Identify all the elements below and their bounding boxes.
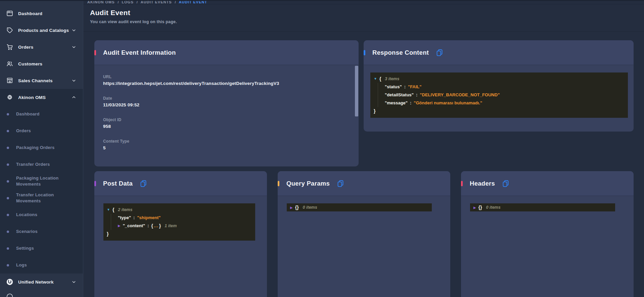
field-date: Date 11/03/2025 09:52 xyxy=(103,96,345,107)
card-post-data: Post Data ▼ { 2 items "t xyxy=(94,171,267,297)
bullet-icon xyxy=(7,197,9,199)
json-close-brace: } xyxy=(159,222,161,230)
sidebar-item-sales-channels[interactable]: Sales Channels xyxy=(0,72,83,89)
json-collapse-toggle[interactable]: ▼ xyxy=(107,206,110,214)
json-items-count: 0 items xyxy=(303,205,317,210)
sidebar-subitem-label: Packaging Orders xyxy=(16,145,67,151)
accent-bar-amber xyxy=(278,181,279,186)
card-title: Post Data xyxy=(103,180,133,187)
sidebar: Dashboard Products and Catalogs Orders C… xyxy=(0,0,83,297)
sidebar-subitem-label: Transfer Orders xyxy=(16,161,67,167)
field-label: URL xyxy=(103,75,345,79)
sidebar-subitem-label: Settings xyxy=(16,245,67,251)
sidebar-item-unified-network[interactable]: Unified Network xyxy=(0,274,83,290)
sidebar-subitem-label: Logs xyxy=(16,262,67,268)
card-header: Response Content xyxy=(364,40,634,65)
copy-button[interactable] xyxy=(501,179,510,188)
card-audit-event-information: Audit Event Information URL https://inte… xyxy=(94,40,359,166)
card-title: Query Params xyxy=(286,180,330,187)
sidebar-subitem-dashboard[interactable]: Dashboard xyxy=(0,106,83,122)
json-items-count: 3 items xyxy=(385,75,399,83)
people-icon xyxy=(6,60,13,67)
accent-bar-pink xyxy=(94,50,96,55)
audit-event-info-body: URL https://integration.hepsijet.com/res… xyxy=(94,65,359,150)
json-value: "FAIL" xyxy=(408,83,422,91)
sidebar-subitem-logs[interactable]: Logs xyxy=(0,257,83,274)
json-open-brace: { xyxy=(151,222,153,230)
sidebar-item-products-and-catalogs[interactable]: Products and Catalogs xyxy=(0,22,83,39)
bullet-icon xyxy=(7,130,9,132)
card-header: Audit Event Information xyxy=(94,40,359,65)
json-viewer: ▼ { 2 items "type" : "shipment" ▶ xyxy=(103,203,255,241)
json-empty-braces: {} xyxy=(295,205,299,210)
sidebar-subitem-label: Packaging Location Movements xyxy=(16,175,67,187)
chevron-up-icon xyxy=(71,94,77,100)
sidebar-subitem-label: Transfer Location Movements xyxy=(16,192,67,204)
sidebar-subitem-label: Dashboard xyxy=(16,111,67,117)
sidebar-item-orders[interactable]: Orders xyxy=(0,39,83,55)
json-value: "shipment" xyxy=(137,214,160,222)
gear-icon xyxy=(6,94,13,101)
json-expand-toggle[interactable]: ▶ xyxy=(118,222,121,230)
sidebar-subitem-transfer-orders[interactable]: Transfer Orders xyxy=(0,156,83,173)
json-ellipsis[interactable]: ... xyxy=(154,222,158,230)
sidebar-subitem-settings[interactable]: Settings xyxy=(0,240,83,257)
dashboard-icon xyxy=(6,10,13,17)
sidebar-subitem-label: Scenarios xyxy=(16,229,67,235)
sidebar-item-dashboard[interactable]: Dashboard xyxy=(0,5,83,22)
json-viewer-empty: ▶ {} 0 items xyxy=(470,203,615,211)
json-value: "DELIVERY_BARCODE_NOT_FOUND" xyxy=(420,91,500,99)
cards-area: Audit Event Information URL https://inte… xyxy=(83,32,644,297)
json-expand-toggle[interactable]: ▶ xyxy=(473,206,476,209)
copy-button[interactable] xyxy=(336,179,345,188)
window-top-strip xyxy=(0,0,644,1)
field-value: https://integration.hepsijet.com/rest/de… xyxy=(103,81,345,86)
json-viewer: ▼ { 3 items "status" : "FAIL" "detail xyxy=(370,72,628,118)
field-object-id: Object ID 958 xyxy=(103,117,345,129)
sidebar-subitem-transfer-location-movements[interactable]: Transfer Location Movements xyxy=(0,190,83,206)
sidebar-subitem-packaging-location-movements[interactable]: Packaging Location Movements xyxy=(0,173,83,190)
bullet-icon xyxy=(7,180,9,183)
field-label: Content Type xyxy=(103,139,345,144)
json-entries: "status" : "FAIL" "detailStatus" : "DELI… xyxy=(378,83,623,107)
json-value: "Gönderi numarası bulunamadı." xyxy=(414,99,482,107)
page-subtitle: You can view audit event log on this pag… xyxy=(90,19,637,24)
field-value: 11/03/2025 09:52 xyxy=(103,102,345,107)
sidebar-subitem-packaging-orders[interactable]: Packaging Orders xyxy=(0,139,83,156)
response-json-wrap: ▼ { 3 items "status" : "FAIL" "detail xyxy=(364,65,634,118)
json-entry-detail-status: "detailStatus" : "DELIVERY_BARCODE_NOT_F… xyxy=(385,91,623,99)
json-entry-message: "message" : "Gönderi numarası bulunamadı… xyxy=(385,99,623,107)
accent-bar-pink xyxy=(461,181,463,186)
json-collapse-toggle[interactable]: ▼ xyxy=(374,75,377,83)
json-expand-toggle[interactable]: ▶ xyxy=(290,206,293,209)
sidebar-subitem-orders[interactable]: Orders xyxy=(0,122,83,139)
field-label: Object ID xyxy=(103,117,345,122)
sidebar-subitem-locations[interactable]: Locations xyxy=(0,206,83,223)
json-items-count: 2 items xyxy=(118,206,132,214)
json-items-count: 0 items xyxy=(486,205,501,210)
sidebar-item-customers[interactable]: Customers xyxy=(0,55,83,72)
sidebar-subitem-label: Orders xyxy=(16,128,67,134)
json-entry-content-collapsed: ▶ "_content" : { ... } 1 item xyxy=(118,222,250,230)
tag-icon xyxy=(6,27,13,34)
sidebar-group-akinon-oms: Akinon OMS Dashboard Orders Packaging Or… xyxy=(0,89,83,274)
field-label: Date xyxy=(103,96,345,101)
json-key: "type" xyxy=(118,214,131,222)
card-query-params: Query Params ▶ {} 0 items xyxy=(278,171,450,297)
card-title: Response Content xyxy=(372,49,429,56)
sidebar-item-akinon-oms[interactable]: Akinon OMS xyxy=(0,89,83,106)
json-colon: : xyxy=(404,83,406,91)
json-key: "_content" xyxy=(123,222,145,230)
accent-bar-purple xyxy=(94,181,96,186)
copy-button[interactable] xyxy=(435,48,444,57)
copy-icon xyxy=(435,49,444,57)
copy-button[interactable] xyxy=(139,179,148,188)
card-header: Post Data xyxy=(94,171,267,196)
sidebar-item-label: Orders xyxy=(18,45,71,50)
post-json-wrap: ▼ { 2 items "type" : "shipment" ▶ xyxy=(94,196,267,241)
bullet-icon xyxy=(7,214,9,216)
chevron-down-icon xyxy=(71,279,77,285)
copy-icon xyxy=(502,180,510,188)
scrollbar-thumb[interactable] xyxy=(355,66,358,116)
sidebar-subitem-scenarios[interactable]: Scenarios xyxy=(0,223,83,240)
